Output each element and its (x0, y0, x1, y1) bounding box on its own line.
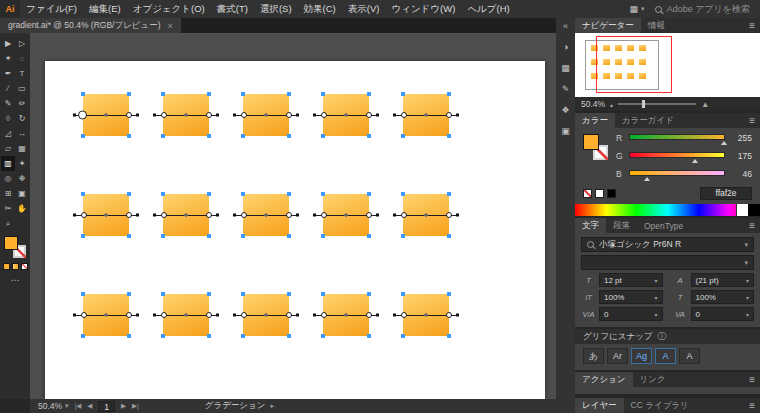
zoom-control[interactable]: 50.4% ▾ (38, 401, 69, 411)
gradient-endpoint[interactable] (136, 114, 139, 117)
anchor-point[interactable] (367, 192, 371, 196)
color-panel-icon[interactable]: ◑ (556, 36, 575, 57)
hex-field[interactable]: ffaf2e (700, 187, 752, 200)
anchor-point[interactable] (207, 292, 211, 296)
black-swatch[interactable] (607, 189, 616, 198)
gradient-start-handle[interactable] (81, 312, 87, 318)
gradient-start-handle[interactable] (241, 312, 247, 318)
anchor-point[interactable] (81, 192, 85, 196)
font-style-select[interactable]: ▾ (581, 255, 754, 270)
graph-tool[interactable]: ⊞ (1, 186, 15, 201)
brushes-panel-icon[interactable]: ✎ (556, 78, 575, 99)
anchor-point[interactable] (287, 134, 291, 138)
navigator-view-rect[interactable] (596, 36, 672, 93)
anchor-point[interactable] (321, 134, 325, 138)
white-swatch[interactable] (595, 189, 604, 198)
anchor-point[interactable] (401, 292, 405, 296)
menu-item[interactable]: オブジェクト(O) (127, 0, 211, 18)
anchor-point[interactable] (127, 234, 131, 238)
app-search[interactable]: Adobe アプリを検索 (655, 3, 750, 16)
anchor-point[interactable] (321, 334, 325, 338)
app-logo-icon[interactable]: Ai (0, 0, 20, 18)
gradient-end-handle[interactable] (366, 212, 372, 218)
anchor-point[interactable] (81, 234, 85, 238)
gradient-rectangle[interactable] (403, 294, 449, 336)
anchor-point[interactable] (367, 92, 371, 96)
anchor-point[interactable] (161, 192, 165, 196)
artboard-number-field[interactable]: 1 (98, 401, 115, 412)
tab-links[interactable]: リンク (633, 372, 673, 387)
gradient-endpoint[interactable] (153, 114, 156, 117)
gradient-end-handle[interactable] (206, 212, 212, 218)
anchor-point[interactable] (401, 192, 405, 196)
anchor-point[interactable] (207, 234, 211, 238)
channel-slider[interactable] (629, 170, 725, 176)
gradient-end-handle[interactable] (366, 112, 372, 118)
gradient-endpoint[interactable] (296, 214, 299, 217)
anchor-point[interactable] (127, 192, 131, 196)
zoom-slider[interactable] (618, 103, 696, 105)
gradient-start-handle[interactable] (161, 112, 167, 118)
anchor-point[interactable] (161, 292, 165, 296)
anchor-point[interactable] (321, 92, 325, 96)
swatches-panel-icon[interactable]: ▦ (556, 57, 575, 78)
gradient-start-handle[interactable] (401, 112, 407, 118)
zoom-in-icon[interactable]: ▲ (701, 100, 709, 109)
gradient-start-handle[interactable] (401, 312, 407, 318)
gradient-end-handle[interactable] (446, 112, 452, 118)
artboard[interactable] (45, 61, 545, 399)
anchor-point[interactable] (321, 234, 325, 238)
symbols-panel-icon[interactable]: ❖ (556, 99, 575, 120)
prev-artboard-button[interactable]: ◀ (87, 402, 92, 410)
fill-swatch[interactable] (583, 134, 599, 150)
panel-menu-icon[interactable]: ≡ (744, 218, 760, 233)
gradient-endpoint[interactable] (393, 314, 396, 317)
gradient-endpoint[interactable] (233, 114, 236, 117)
gradient-endpoint[interactable] (73, 214, 76, 217)
zoom-out-icon[interactable]: ▴ (610, 101, 613, 108)
gradient-endpoint[interactable] (376, 114, 379, 117)
paintbrush-tool[interactable]: ✎ (1, 96, 15, 111)
gradient-rectangle[interactable] (163, 194, 209, 236)
anchor-point[interactable] (161, 134, 165, 138)
anchor-point[interactable] (287, 292, 291, 296)
anchor-point[interactable] (127, 134, 131, 138)
gradient-endpoint[interactable] (313, 314, 316, 317)
anchor-point[interactable] (161, 234, 165, 238)
tab-color-guide[interactable]: カラーガイド (615, 113, 681, 128)
gradient-endpoint[interactable] (376, 214, 379, 217)
anchor-point[interactable] (367, 134, 371, 138)
anchor-point[interactable] (241, 234, 245, 238)
collapse-panels-icon[interactable]: « (563, 21, 568, 31)
info-icon[interactable]: ⓘ (658, 330, 667, 343)
tab-cc-libraries[interactable]: CC ライブラリ (624, 398, 696, 413)
gradient-endpoint[interactable] (233, 314, 236, 317)
gradient-rectangle[interactable] (243, 294, 289, 336)
anchor-point[interactable] (447, 192, 451, 196)
close-icon[interactable]: × (168, 21, 173, 31)
menu-item[interactable]: 効果(C) (298, 0, 342, 18)
zoom-slider-thumb[interactable] (642, 100, 645, 108)
tab-navigator[interactable]: ナビゲーター (575, 18, 641, 33)
anchor-point[interactable] (367, 234, 371, 238)
zoom-tool[interactable]: ⌕ (1, 216, 15, 231)
rotate-tool[interactable]: ↻ (15, 111, 29, 126)
channel-slider[interactable] (629, 134, 725, 140)
gradient-start-handle[interactable] (78, 111, 87, 120)
anchor-point[interactable] (241, 192, 245, 196)
hand-tool[interactable]: ✋ (15, 201, 29, 216)
channel-slider-thumb[interactable] (644, 177, 650, 181)
channel-slider-thumb[interactable] (721, 141, 727, 145)
rectangle-tool[interactable]: ▭ (15, 81, 29, 96)
anchor-point[interactable] (241, 92, 245, 96)
anchor-point[interactable] (127, 334, 131, 338)
gradient-endpoint[interactable] (73, 114, 76, 117)
gradient-endpoint[interactable] (313, 214, 316, 217)
document-tab[interactable]: gradient.ai* @ 50.4% (RGB/プレビュー) × (0, 18, 181, 33)
gradient-endpoint[interactable] (296, 314, 299, 317)
slice-tool[interactable]: ✂ (1, 201, 15, 216)
anchor-point[interactable] (241, 134, 245, 138)
font-family-select[interactable]: 小塚ゴシック Pr6N R ▾ (581, 237, 754, 252)
field-input[interactable]: 100% ▾ (599, 290, 663, 304)
gradient-rectangle[interactable] (163, 294, 209, 336)
